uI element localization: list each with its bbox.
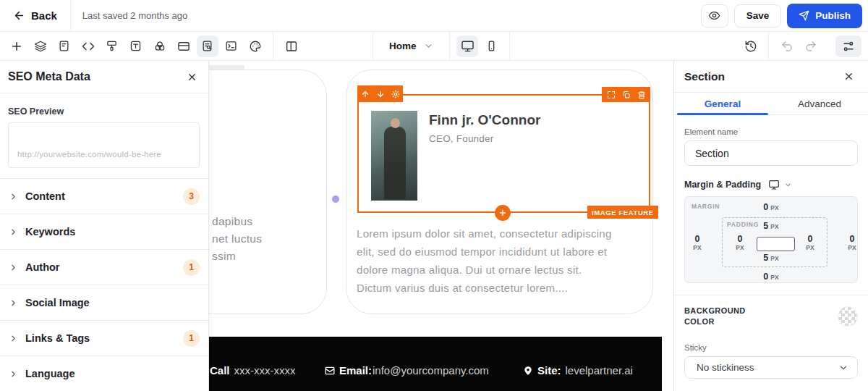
tab-advanced[interactable]: Advanced (771, 93, 868, 114)
last-saved-status: Last saved 2 months ago (82, 10, 187, 21)
section-inspector-panel: Section General Advanced Element name Se… (673, 61, 868, 391)
chevron-right-icon (9, 334, 18, 343)
transparency-checker-swatch[interactable] (838, 306, 858, 327)
profile-role: CEO, Founder (429, 133, 493, 144)
move-down-icon[interactable] (376, 90, 385, 98)
desktop-view-icon[interactable] (456, 35, 478, 57)
history-icon[interactable] (740, 35, 762, 57)
site-contact-footer[interactable]: Call xxx-xxx-xxxx Email:info@yourcompany… (209, 337, 662, 391)
section-controls-right[interactable] (602, 87, 650, 102)
divider (768, 32, 769, 61)
save-button[interactable]: Save (734, 4, 782, 28)
drag-handle-dot[interactable] (332, 196, 339, 203)
spacing-value-input[interactable] (757, 237, 795, 251)
text-icon[interactable] (125, 35, 147, 57)
section-controls-left[interactable] (357, 85, 403, 102)
undo-icon[interactable] (776, 35, 798, 57)
send-icon (799, 10, 809, 21)
publish-button[interactable]: Publish (787, 4, 862, 28)
seo-preview-box[interactable]: http://yourwebsite.com/would-be-here (8, 122, 200, 168)
footer-site: Site: levelpartner.ai (523, 364, 633, 377)
accordion-language[interactable]: Language (0, 356, 208, 391)
padding-tag: PADDING (727, 221, 759, 228)
padding-left-value[interactable]: 0PX (736, 235, 744, 252)
background-color-label: BACKGROUND COLOR (684, 306, 764, 327)
element-name-label: Element name (684, 127, 858, 136)
left-card-text: dapibus net luctus ssim (212, 213, 262, 265)
tab-general[interactable]: General (674, 93, 771, 114)
sticky-select[interactable]: No stickiness (684, 356, 858, 379)
code-icon[interactable] (77, 35, 99, 57)
preview-button[interactable] (701, 4, 728, 28)
divider (70, 0, 71, 32)
element-name-input[interactable]: Section (684, 140, 858, 166)
terminal-icon[interactable] (221, 35, 242, 57)
panel-left-icon[interactable] (281, 35, 302, 57)
accordion-links-tags[interactable]: Links & Tags 1 (0, 320, 208, 356)
margin-padding-label: Margin & Padding (684, 180, 761, 190)
page-selector[interactable]: Home (379, 41, 443, 51)
expand-section-icon[interactable] (607, 91, 616, 99)
top-bar: Back Last saved 2 months ago Save Publis… (0, 0, 868, 32)
design-paint-icon[interactable] (101, 35, 123, 57)
author-count-badge: 1 (183, 259, 200, 276)
blend-icon[interactable] (149, 35, 171, 57)
chevron-right-icon (9, 192, 18, 201)
editor-canvas[interactable]: dapibus net luctus ssim Finn jr. O'Conno… (209, 61, 662, 391)
divider (449, 32, 450, 61)
add-element-below-button[interactable] (495, 205, 511, 221)
margin-bottom-value[interactable]: 0PX (763, 272, 778, 282)
padding-right-value[interactable]: 0PX (806, 235, 814, 252)
sticky-label: Sticky (684, 343, 858, 352)
mobile-view-icon[interactable] (480, 35, 502, 57)
body-paragraph: Lorem ipsum dolor sit amet, consectetur … (357, 224, 631, 297)
seo-meta-panel: SEO Meta Data SEO Preview http://yourweb… (0, 61, 209, 391)
layers-icon[interactable] (30, 35, 51, 57)
theme-palette-icon[interactable] (244, 35, 266, 57)
chevron-down-icon (424, 41, 433, 51)
settings-sliders-icon[interactable] (835, 35, 861, 57)
margin-tag: MARGIN (692, 203, 720, 210)
footer-email: Email:info@yourcompany.com (325, 364, 489, 377)
eye-icon (708, 9, 720, 22)
delete-section-icon[interactable] (637, 91, 646, 99)
margin-left-value[interactable]: 0PX (693, 235, 701, 252)
accordion-author[interactable]: Author 1 (0, 249, 208, 285)
section-settings-gear-icon[interactable] (391, 90, 400, 98)
accordion-content[interactable]: Content 3 (0, 178, 208, 214)
margin-right-value[interactable]: 0PX (848, 235, 856, 252)
profile-photo[interactable] (371, 111, 417, 201)
redo-icon[interactable] (800, 35, 822, 57)
move-up-icon[interactable] (361, 90, 370, 98)
envelope-icon (325, 366, 335, 376)
margin-padding-diagram[interactable]: MARGIN 0PX PADDING 5PX 0PX 0PX 0PX 0PX 5… (684, 196, 858, 283)
map-pin-icon (523, 366, 533, 376)
padding-top-value[interactable]: 5PX (763, 221, 778, 231)
seo-panel-title: SEO Meta Data (8, 70, 90, 83)
seo-preview-label: SEO Preview (8, 106, 208, 117)
close-seo-panel-icon[interactable] (184, 69, 200, 85)
seo-preview-url: http://yourwebsite.com/would-be-here (17, 150, 161, 159)
divider (509, 32, 510, 61)
profile-name: Finn jr. O'Connor (429, 112, 540, 128)
duplicate-section-icon[interactable] (622, 91, 631, 99)
margin-top-value[interactable]: 0PX (763, 202, 778, 212)
card-icon[interactable] (173, 35, 195, 57)
content-count-badge: 3 (183, 188, 200, 205)
accordion-keywords[interactable]: Keywords (0, 214, 208, 249)
page-content-icon[interactable] (54, 35, 75, 57)
chevron-right-icon (9, 227, 18, 237)
seo-meta-icon[interactable] (197, 35, 218, 57)
padding-bottom-value[interactable]: 5PX (763, 253, 778, 263)
monitor-icon[interactable] (768, 179, 780, 190)
divider (273, 32, 273, 61)
accordion-social-image[interactable]: Social Image (0, 285, 208, 320)
close-inspector-icon[interactable] (841, 69, 856, 85)
element-type-badge: IMAGE FEATURE (587, 206, 658, 219)
add-element-icon[interactable] (6, 35, 27, 57)
chevron-right-icon (9, 263, 18, 272)
inspector-title: Section (684, 70, 725, 83)
chevron-down-icon[interactable] (784, 181, 792, 189)
back-button[interactable]: Back (0, 0, 70, 31)
editor-toolbar: Home (0, 32, 868, 61)
